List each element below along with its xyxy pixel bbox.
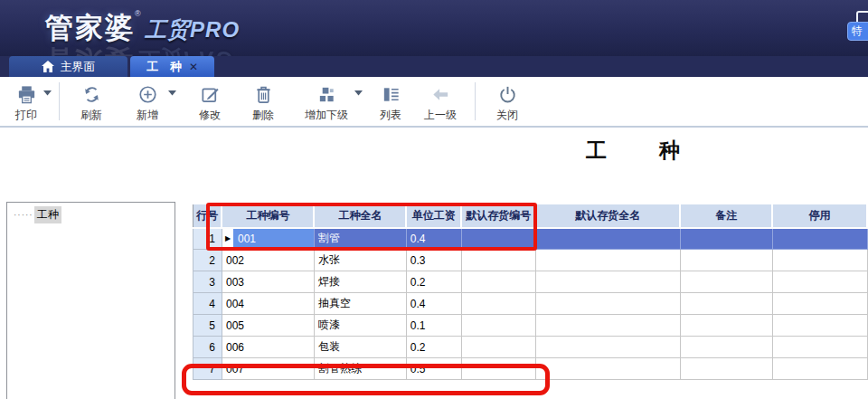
- cell-name[interactable]: 割管: [314, 228, 406, 250]
- cell-stopped[interactable]: [772, 358, 867, 380]
- cell-name[interactable]: 包装: [314, 337, 406, 358]
- plus-circle-icon: [137, 83, 158, 106]
- table-row[interactable]: 4004抽真空0.4: [193, 293, 868, 315]
- corner-badge[interactable]: 特: [847, 22, 868, 41]
- logo-reflection: 管家婆 工贸PRO: [45, 42, 233, 56]
- cell-wage[interactable]: 0.4: [406, 293, 461, 315]
- add-button[interactable]: 新增: [127, 77, 168, 123]
- add-sublevel-dropdown-button[interactable]: [354, 77, 363, 96]
- cell-remark[interactable]: [680, 271, 772, 293]
- top-banner: 管家婆® 工贸PRO 管家婆 工贸PRO 特: [0, 0, 868, 56]
- column-header-2[interactable]: 工种编号: [222, 204, 314, 228]
- list-label: 列表: [380, 108, 401, 123]
- cell-name[interactable]: 割管熟练: [314, 358, 406, 380]
- cell-wage[interactable]: 0.1: [406, 315, 461, 337]
- cell-inv_name[interactable]: [535, 271, 680, 293]
- column-header-5[interactable]: 默认存货编号: [461, 204, 535, 228]
- table-row[interactable]: 6006包装0.2: [193, 337, 868, 358]
- table-row[interactable]: 2002水张0.3: [193, 250, 868, 271]
- cell-wage[interactable]: 0.2: [406, 337, 461, 358]
- cell-code[interactable]: 001▶: [222, 228, 314, 250]
- cell-code[interactable]: 004: [222, 293, 314, 315]
- cell-stopped[interactable]: [772, 228, 867, 250]
- column-header-4[interactable]: 单位工资: [406, 204, 461, 228]
- toolbar-separator: [475, 82, 476, 120]
- refresh-button[interactable]: 刷新: [71, 77, 112, 123]
- cell-code[interactable]: 002: [222, 250, 314, 271]
- cell-inv_code[interactable]: [461, 315, 535, 337]
- print-button[interactable]: 打印: [9, 77, 43, 123]
- add-sublevel-button[interactable]: 增加下级: [298, 77, 354, 123]
- cell-name[interactable]: 焊接: [314, 271, 406, 293]
- cell-name[interactable]: 抽真空: [314, 293, 406, 315]
- column-header-3[interactable]: 工种全名: [314, 204, 406, 228]
- cell-remark[interactable]: [680, 293, 772, 315]
- cell-wage[interactable]: 0.4: [406, 228, 461, 250]
- cell-inv_code[interactable]: [461, 250, 535, 271]
- cell-name[interactable]: 水张: [314, 250, 406, 271]
- cell-inv_code[interactable]: [461, 271, 535, 293]
- table-row[interactable]: 3003焊接0.2: [193, 271, 868, 293]
- row-number-cell: 3: [193, 271, 222, 293]
- cell-name[interactable]: 喷漆: [314, 315, 406, 337]
- tree-node-worktype[interactable]: ····· 工种: [14, 206, 175, 223]
- cell-stopped[interactable]: [772, 293, 867, 315]
- print-dropdown-button[interactable]: [43, 77, 52, 96]
- cell-code[interactable]: 003: [222, 271, 314, 293]
- cell-inv_name[interactable]: [535, 250, 680, 271]
- up-level-button[interactable]: 上一级: [417, 77, 464, 123]
- cell-stopped[interactable]: [772, 315, 867, 337]
- registered-mark: ®: [135, 9, 141, 18]
- tree-panel: ····· 工种: [6, 202, 175, 399]
- table-row[interactable]: 7007割管熟练0.5: [193, 358, 868, 380]
- edit-icon: [200, 83, 221, 106]
- cell-wage[interactable]: 0.5: [406, 358, 461, 380]
- cell-wage[interactable]: 0.3: [406, 250, 461, 271]
- logo-text-cn: 管家婆: [45, 12, 135, 43]
- column-header-1[interactable]: 行号: [193, 204, 222, 228]
- add-dropdown-button[interactable]: [168, 77, 176, 96]
- cell-inv_name[interactable]: [535, 337, 680, 358]
- cell-stopped[interactable]: [772, 337, 867, 358]
- caret-down-icon: [168, 90, 176, 96]
- worktype-table: 行号工种编号工种全名单位工资默认存货编号默认存货全名备注停用1001▶割管0.4…: [193, 204, 868, 380]
- table-row[interactable]: 1001▶割管0.4: [193, 228, 868, 250]
- cell-remark[interactable]: [680, 228, 772, 250]
- cell-inv_code[interactable]: [461, 337, 535, 358]
- column-header-6[interactable]: 默认存货全名: [535, 204, 680, 228]
- edit-button[interactable]: 修改: [189, 77, 231, 123]
- tab-worktype[interactable]: 工 种 ✕: [130, 56, 214, 77]
- cell-remark[interactable]: [680, 337, 772, 358]
- logo-text-en: 工贸PRO: [145, 17, 240, 42]
- cell-remark[interactable]: [680, 315, 772, 337]
- cell-inv_name[interactable]: [535, 293, 680, 315]
- cell-inv_name[interactable]: [535, 358, 680, 380]
- cell-wage[interactable]: 0.2: [406, 271, 461, 293]
- close-button[interactable]: 关闭: [486, 77, 528, 123]
- cell-code[interactable]: 005: [222, 315, 314, 337]
- cell-stopped[interactable]: [772, 250, 867, 271]
- hierarchy-blocks-icon: [316, 83, 337, 106]
- tab-main-screen[interactable]: 主界面: [9, 56, 127, 77]
- row-number-cell: 2: [193, 250, 222, 271]
- row-number-cell: 6: [193, 337, 222, 358]
- row-number-cell: 1: [193, 228, 222, 250]
- tab-close-icon[interactable]: ✕: [189, 62, 198, 72]
- column-header-7[interactable]: 备注: [680, 204, 772, 228]
- cell-stopped[interactable]: [772, 271, 867, 293]
- cell-remark[interactable]: [680, 250, 772, 271]
- delete-button[interactable]: 删除: [242, 77, 284, 123]
- table-row[interactable]: 5005喷漆0.1: [193, 315, 868, 337]
- cell-remark[interactable]: [680, 358, 772, 380]
- cell-inv_code[interactable]: [461, 358, 535, 380]
- list-button[interactable]: 列表: [372, 77, 410, 123]
- cell-code[interactable]: 007: [222, 358, 314, 380]
- cell-inv_code[interactable]: [461, 293, 535, 315]
- cell-code[interactable]: 006: [222, 337, 314, 358]
- cell-inv_code[interactable]: [461, 228, 535, 250]
- refresh-label: 刷新: [80, 108, 102, 123]
- column-header-8[interactable]: 停用: [772, 204, 867, 228]
- cell-inv_name[interactable]: [535, 228, 680, 250]
- up-level-label: 上一级: [424, 108, 457, 123]
- cell-inv_name[interactable]: [535, 315, 680, 337]
